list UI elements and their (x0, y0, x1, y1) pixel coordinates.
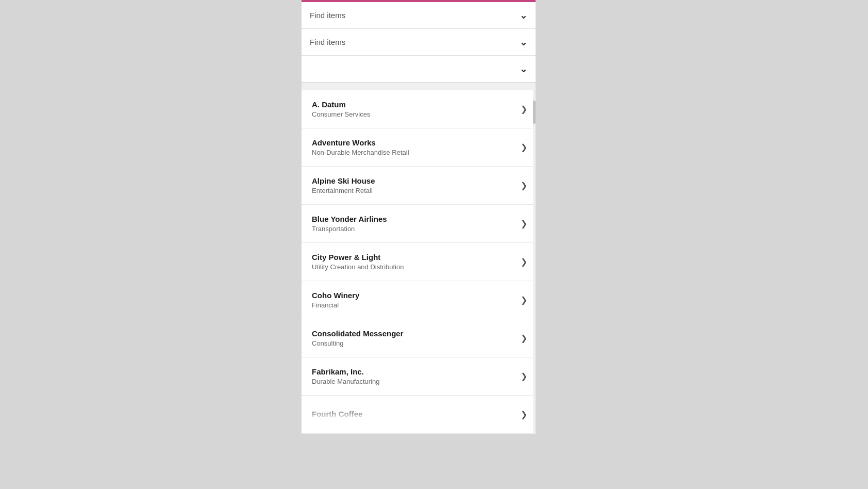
chevron-down-icon-3: ⌄ (520, 63, 527, 75)
list-item-title-a-datum: A. Datum (312, 100, 516, 109)
list-item-subtitle-consolidated-messenger: Consulting (312, 339, 516, 347)
arrow-right-icon-adventure-works: ❯ (521, 142, 527, 152)
list-item-consolidated-messenger[interactable]: Consolidated Messenger Consulting ❯ (302, 319, 536, 357)
list-section: A. Datum Consumer Services ❯ Adventure W… (302, 90, 536, 434)
arrow-right-icon-fabrikam-inc: ❯ (521, 371, 527, 381)
list-item-content-fabrikam-inc: Fabrikam, Inc. Durable Manufacturing (312, 367, 516, 385)
list-item-title-consolidated-messenger: Consolidated Messenger (312, 329, 516, 338)
arrow-right-icon-coho-winery: ❯ (521, 295, 527, 305)
chevron-down-icon-1: ⌄ (520, 10, 527, 21)
list-item-subtitle-a-datum: Consumer Services (312, 110, 516, 118)
arrow-right-icon-city-power-light: ❯ (521, 257, 527, 267)
list-item-content-coho-winery: Coho Winery Financial (312, 291, 516, 309)
list-item-subtitle-adventure-works: Non-Durable Merchandise Retail (312, 149, 516, 156)
list-item-title-blue-yonder-airlines: Blue Yonder Airlines (312, 215, 516, 223)
filter-placeholder-1: Find items (310, 11, 345, 20)
list-item-subtitle-blue-yonder-airlines: Transportation (312, 225, 516, 233)
list-item-subtitle-coho-winery: Financial (312, 301, 516, 309)
list-item-title-fabrikam-inc: Fabrikam, Inc. (312, 367, 516, 376)
list-item-content-city-power-light: City Power & Light Utility Creation and … (312, 253, 516, 271)
list-item-adventure-works[interactable]: Adventure Works Non-Durable Merchandise … (302, 128, 536, 167)
list-item-content-fourth-coffee: Fourth Coffee (312, 410, 516, 420)
scrollbar-track (533, 90, 536, 434)
list-item-title-city-power-light: City Power & Light (312, 253, 516, 262)
list-item-content-alpine-ski-house: Alpine Ski House Entertainment Retail (312, 176, 516, 194)
arrow-right-icon-fourth-coffee: ❯ (521, 410, 527, 419)
filter-row-2[interactable]: Find items ⌄ (302, 29, 536, 56)
section-separator (302, 83, 536, 90)
list-item-city-power-light[interactable]: City Power & Light Utility Creation and … (302, 243, 536, 281)
list-item-title-alpine-ski-house: Alpine Ski House (312, 176, 516, 185)
scrollbar-thumb[interactable] (533, 101, 536, 124)
arrow-right-icon-blue-yonder-airlines: ❯ (521, 219, 527, 229)
filter-row-3[interactable]: ⌄ (302, 56, 536, 83)
list-item-blue-yonder-airlines[interactable]: Blue Yonder Airlines Transportation ❯ (302, 205, 536, 243)
list-item-title-coho-winery: Coho Winery (312, 291, 516, 300)
arrow-right-icon-a-datum: ❯ (521, 104, 527, 114)
filter-section: Find items ⌄ Find items ⌄ ⌄ (302, 2, 536, 83)
list-item-subtitle-city-power-light: Utility Creation and Distribution (312, 263, 516, 271)
list-item-alpine-ski-house[interactable]: Alpine Ski House Entertainment Retail ❯ (302, 167, 536, 205)
chevron-down-icon-2: ⌄ (520, 37, 527, 48)
list-item-title-adventure-works: Adventure Works (312, 138, 516, 147)
list-item-content-consolidated-messenger: Consolidated Messenger Consulting (312, 329, 516, 347)
list-item-fourth-coffee[interactable]: Fourth Coffee ❯ (302, 396, 536, 434)
arrow-right-icon-consolidated-messenger: ❯ (521, 333, 527, 343)
list-item-fabrikam-inc[interactable]: Fabrikam, Inc. Durable Manufacturing ❯ (302, 357, 536, 396)
list-item-subtitle-fabrikam-inc: Durable Manufacturing (312, 378, 516, 385)
list-item-content-adventure-works: Adventure Works Non-Durable Merchandise … (312, 138, 516, 156)
list-item-a-datum[interactable]: A. Datum Consumer Services ❯ (302, 90, 536, 128)
list-item-content-a-datum: A. Datum Consumer Services (312, 100, 516, 118)
main-container: Find items ⌄ Find items ⌄ ⌄ A. Datum Con… (302, 0, 536, 434)
list-item-coho-winery[interactable]: Coho Winery Financial ❯ (302, 281, 536, 319)
filter-placeholder-2: Find items (310, 38, 345, 46)
list-item-title-fourth-coffee: Fourth Coffee (312, 410, 516, 418)
list-item-subtitle-alpine-ski-house: Entertainment Retail (312, 187, 516, 194)
list-item-content-blue-yonder-airlines: Blue Yonder Airlines Transportation (312, 215, 516, 233)
arrow-right-icon-alpine-ski-house: ❯ (521, 181, 527, 190)
filter-row-1[interactable]: Find items ⌄ (302, 2, 536, 29)
